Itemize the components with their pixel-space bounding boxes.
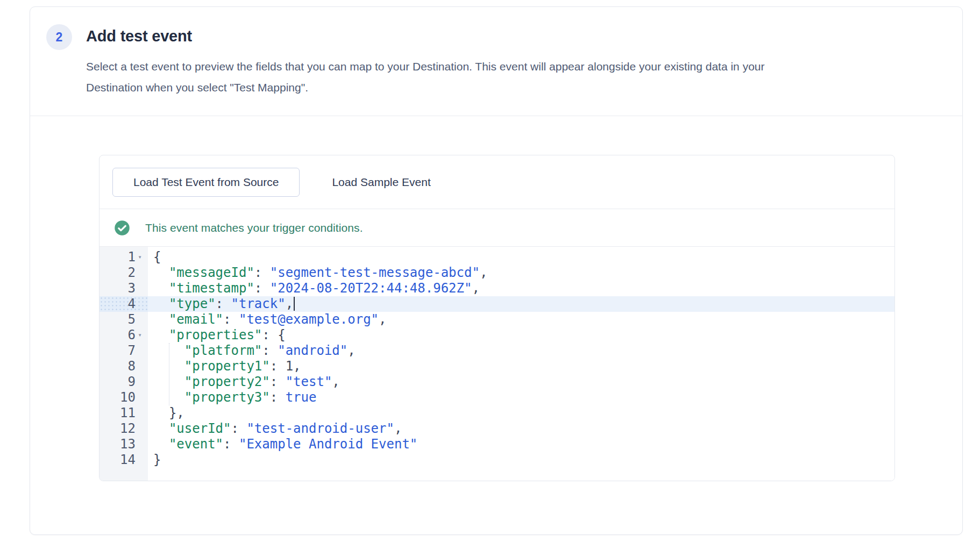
code-text[interactable]: { bbox=[148, 249, 894, 265]
test-event-panel: Load Test Event from Source Load Sample … bbox=[99, 155, 895, 481]
token-s: "track" bbox=[231, 296, 286, 311]
token-k: "property2" bbox=[184, 374, 270, 389]
code-text[interactable]: "properties": { bbox=[148, 327, 894, 343]
code-text[interactable]: "email": "test@example.org", bbox=[148, 312, 894, 327]
token-k: "properties" bbox=[169, 327, 262, 342]
line-number-text: 6 bbox=[128, 327, 136, 343]
fold-arrow-icon[interactable]: ▾ bbox=[136, 249, 144, 265]
token-p: } bbox=[153, 452, 161, 467]
token-p: , bbox=[332, 374, 339, 389]
code-rows: 1▾{2 "messageId": "segment-test-message-… bbox=[100, 249, 894, 468]
line-number-11: 11 bbox=[100, 405, 148, 421]
token-p bbox=[153, 312, 169, 327]
line-number-6[interactable]: 6▾ bbox=[100, 327, 148, 343]
token-p: : bbox=[223, 437, 239, 452]
code-text[interactable]: "type": "track", bbox=[148, 296, 894, 312]
token-p: , bbox=[394, 421, 402, 436]
line-number-text: 5 bbox=[128, 312, 136, 327]
load-sample-event-button[interactable]: Load Sample Event bbox=[316, 168, 446, 197]
line-number-text: 1 bbox=[128, 249, 136, 265]
line-number-13: 13 bbox=[100, 437, 148, 452]
fold-arrow-icon[interactable]: ▾ bbox=[136, 327, 144, 343]
line-number-text: 10 bbox=[120, 390, 136, 405]
code-text[interactable]: "event": "Example Android Event" bbox=[148, 437, 894, 452]
code-line-11[interactable]: 11 }, bbox=[100, 405, 894, 421]
token-p bbox=[153, 296, 169, 311]
trigger-match-status: This event matches your trigger conditio… bbox=[100, 209, 894, 247]
token-s: "2024-08-20T22:44:48.962Z" bbox=[270, 281, 472, 296]
token-p: : bbox=[216, 296, 231, 311]
line-number-7: 7 bbox=[100, 343, 148, 359]
token-s: "android" bbox=[278, 343, 347, 358]
line-number-text: 4 bbox=[128, 296, 136, 312]
line-number-2: 2 bbox=[100, 265, 148, 281]
line-number-text: 2 bbox=[128, 265, 136, 281]
line-number-text: 13 bbox=[120, 437, 136, 452]
token-n: 1 bbox=[286, 359, 293, 374]
check-circle-icon bbox=[114, 220, 130, 236]
token-p: , bbox=[286, 296, 293, 311]
token-s: "segment-test-message-abcd" bbox=[270, 265, 480, 280]
code-text[interactable]: }, bbox=[148, 405, 894, 421]
token-p: , bbox=[293, 359, 301, 374]
code-line-10[interactable]: 10 "property3": true bbox=[100, 390, 894, 405]
code-line-14[interactable]: 14} bbox=[100, 452, 894, 468]
code-text[interactable]: "messageId": "segment-test-message-abcd"… bbox=[148, 265, 894, 281]
code-text[interactable]: "timestamp": "2024-08-20T22:44:48.962Z", bbox=[148, 281, 894, 296]
code-line-2[interactable]: 2 "messageId": "segment-test-message-abc… bbox=[100, 265, 894, 281]
step-number-badge: 2 bbox=[46, 24, 72, 50]
code-text[interactable]: "userId": "test-android-user", bbox=[148, 421, 894, 437]
token-k: "email" bbox=[169, 312, 223, 327]
line-number-4: 4 bbox=[100, 296, 148, 312]
card-header: 2 Add test event Select a test event to … bbox=[30, 7, 962, 116]
code-line-13[interactable]: 13 "event": "Example Android Event" bbox=[100, 437, 894, 452]
load-test-event-button[interactable]: Load Test Event from Source bbox=[112, 168, 300, 197]
token-p bbox=[153, 437, 169, 452]
line-number-text: 14 bbox=[120, 452, 136, 468]
code-line-3[interactable]: 3 "timestamp": "2024-08-20T22:44:48.962Z… bbox=[100, 281, 894, 296]
code-text[interactable]: "property1": 1, bbox=[148, 359, 894, 374]
token-k: "property1" bbox=[184, 359, 270, 374]
token-p: , bbox=[347, 343, 355, 358]
code-line-1[interactable]: 1▾{ bbox=[100, 249, 894, 265]
code-line-7[interactable]: 7 "platform": "android", bbox=[100, 343, 894, 359]
code-text[interactable]: "property2": "test", bbox=[148, 374, 894, 390]
line-number-5: 5 bbox=[100, 312, 148, 327]
token-p: }, bbox=[153, 405, 184, 420]
line-number-text: 9 bbox=[128, 374, 136, 390]
token-p: : bbox=[254, 265, 270, 280]
code-text[interactable]: } bbox=[148, 452, 894, 468]
card-body: Load Test Event from Source Load Sample … bbox=[30, 116, 962, 481]
token-s: "test-android-user" bbox=[246, 421, 394, 436]
code-line-8[interactable]: 8 "property1": 1, bbox=[100, 359, 894, 374]
token-k: "property3" bbox=[184, 390, 270, 405]
token-s: "test@example.org" bbox=[239, 312, 379, 327]
token-p: : bbox=[223, 312, 239, 327]
line-number-text: 11 bbox=[120, 405, 136, 421]
token-p: : bbox=[270, 390, 286, 405]
token-k: "platform" bbox=[184, 343, 262, 358]
code-text[interactable]: "platform": "android", bbox=[148, 343, 894, 359]
line-number-3: 3 bbox=[100, 281, 148, 296]
token-b: true bbox=[286, 390, 317, 405]
page-title: Add test event bbox=[86, 27, 801, 45]
header-text: Add test event Select a test event to pr… bbox=[86, 22, 801, 116]
code-line-5[interactable]: 5 "email": "test@example.org", bbox=[100, 312, 894, 327]
code-line-4[interactable]: 4 "type": "track", bbox=[100, 296, 894, 312]
code-line-12[interactable]: 12 "userId": "test-android-user", bbox=[100, 421, 894, 437]
code-line-9[interactable]: 9 "property2": "test", bbox=[100, 374, 894, 390]
line-number-text: 7 bbox=[128, 343, 136, 359]
token-p: : bbox=[270, 359, 286, 374]
line-number-14: 14 bbox=[100, 452, 148, 468]
line-number-12: 12 bbox=[100, 421, 148, 437]
add-test-event-card: 2 Add test event Select a test event to … bbox=[30, 6, 963, 535]
text-cursor bbox=[294, 297, 295, 311]
code-line-6[interactable]: 6▾ "properties": { bbox=[100, 327, 894, 343]
step-description: Select a test event to preview the field… bbox=[86, 56, 801, 98]
step-number: 2 bbox=[56, 30, 63, 45]
line-number-1[interactable]: 1▾ bbox=[100, 249, 148, 265]
status-message: This event matches your trigger conditio… bbox=[145, 222, 363, 234]
token-p: : bbox=[270, 374, 286, 389]
code-text[interactable]: "property3": true bbox=[148, 390, 894, 405]
json-editor[interactable]: 1▾{2 "messageId": "segment-test-message-… bbox=[100, 247, 894, 481]
